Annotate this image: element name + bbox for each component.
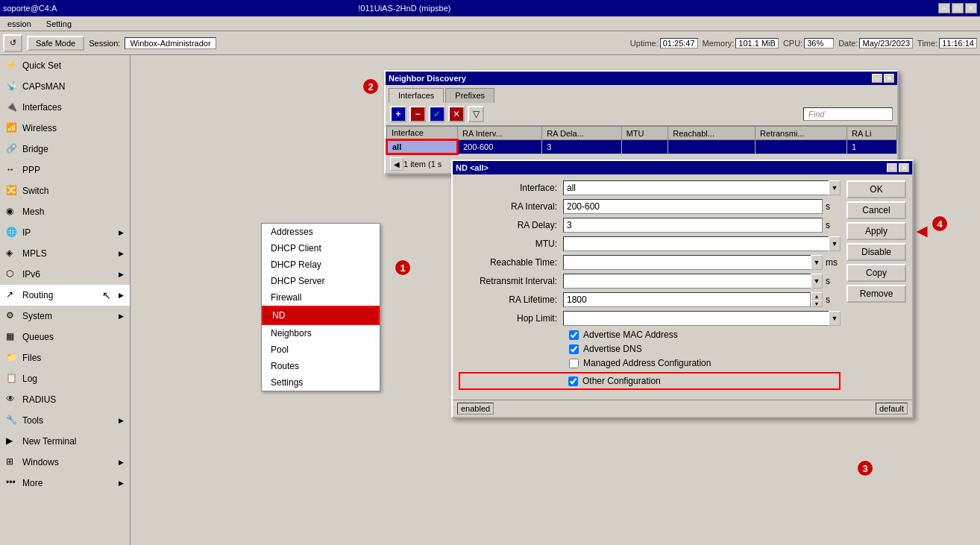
sidebar-item-queues[interactable]: ▦ Queues <box>0 327 130 347</box>
advertise-mac-checkbox[interactable] <box>569 330 579 340</box>
menu-item-firewall[interactable]: Firewall <box>262 289 380 306</box>
interface-label: Interface: <box>459 183 563 193</box>
reachable-input[interactable] <box>563 255 811 270</box>
remove-button[interactable]: Remove <box>846 285 906 303</box>
sidebar-item-routing[interactable]: ↗ Routing ▶ ↖ <box>0 285 130 306</box>
mpls-icon: ◈ <box>6 248 18 259</box>
sidebar-item-ppp[interactable]: ↔ PPP <box>0 160 130 180</box>
nd-remove-btn[interactable]: − <box>409 106 426 122</box>
nd-detail-minimize-btn[interactable]: ─ <box>887 163 897 172</box>
sidebar-label-bridge: Bridge <box>22 144 48 154</box>
menu-item-addresses[interactable]: Addresses <box>262 224 380 240</box>
copy-button[interactable]: Copy <box>846 264 906 282</box>
cpu-value: 36% <box>804 38 834 48</box>
advertise-dns-checkbox[interactable] <box>569 344 579 354</box>
menu-item-neighbors[interactable]: Neighbors <box>262 325 380 341</box>
routing-icon: ↗ <box>6 289 18 301</box>
sidebar-item-radius[interactable]: 👁 RADIUS <box>0 389 130 410</box>
nd-close-btn[interactable]: ✕ <box>884 74 894 83</box>
other-config-checkbox[interactable] <box>568 377 578 386</box>
menu-item-settings[interactable]: Settings <box>262 374 380 391</box>
sidebar: ⚡ Quick Set 📡 CAPsMAN 🔌 Interfaces 📶 Wir… <box>0 55 131 545</box>
ok-button[interactable]: OK <box>846 180 906 198</box>
hop-limit-dropdown-btn[interactable]: ▼ <box>829 311 841 326</box>
ra-delay-input[interactable] <box>563 218 823 233</box>
dropdown-menu: Addresses DHCP Client DHCP Relay DHCP Se… <box>261 223 380 391</box>
mtu-input[interactable] <box>563 236 829 251</box>
safe-mode-button[interactable]: Safe Mode <box>27 36 84 51</box>
refresh-button[interactable]: ↺ <box>3 34 22 52</box>
sidebar-item-capsman[interactable]: 📡 CAPsMAN <box>0 76 130 97</box>
interface-input[interactable] <box>563 180 829 195</box>
menu-item-routes[interactable]: Routes <box>262 358 380 374</box>
nd-filter-btn[interactable]: ▽ <box>468 106 484 122</box>
disable-button[interactable]: Disable <box>846 243 906 261</box>
nd-tab-prefixes[interactable]: Prefixes <box>445 88 494 103</box>
managed-addr-label: Managed Address Configuration <box>583 358 711 368</box>
cancel-button[interactable]: Cancel <box>846 201 906 219</box>
sidebar-item-mesh[interactable]: ◉ Mesh <box>0 201 130 222</box>
sidebar-item-new-terminal[interactable]: ▶ New Terminal <box>0 431 130 452</box>
managed-addr-checkbox[interactable] <box>569 359 579 368</box>
ra-lifetime-up-btn[interactable]: ▲ <box>811 292 823 300</box>
table-row[interactable]: all 200-600 3 1 <box>387 140 897 154</box>
menu-setting[interactable]: Setting <box>42 18 76 30</box>
reachable-dropdown-btn[interactable]: ▼ <box>811 255 823 270</box>
menu-item-dhcp-relay[interactable]: DHCP Relay <box>262 256 380 273</box>
mtu-label: MTU: <box>459 239 563 249</box>
sidebar-item-files[interactable]: 📁 Files <box>0 347 130 368</box>
menu-item-dhcp-server[interactable]: DHCP Server <box>262 273 380 289</box>
sidebar-item-system[interactable]: ⚙ System ▶ <box>0 306 130 327</box>
menu-item-pool[interactable]: Pool <box>262 341 380 358</box>
switch-icon: 🔀 <box>6 185 18 197</box>
nd-detail-close-btn[interactable]: ✕ <box>899 163 909 172</box>
nd-find-field[interactable]: Find <box>803 107 893 121</box>
menu-item-dhcp-client[interactable]: DHCP Client <box>262 240 380 256</box>
session-value: Winbox-Administrador <box>125 37 216 49</box>
nd-add-btn[interactable]: + <box>390 106 406 122</box>
system-icon: ⚙ <box>6 310 18 322</box>
nd-scroll-left-btn[interactable]: ◀ <box>390 157 403 171</box>
nd-tab-interfaces[interactable]: Interfaces <box>389 88 444 103</box>
nd-check-btn[interactable]: ✓ <box>429 106 445 122</box>
nd-cross-btn[interactable]: ✕ <box>448 106 465 122</box>
date-value: May/23/2023 <box>859 38 913 48</box>
retransmit-dropdown-btn[interactable]: ▼ <box>811 274 823 289</box>
ra-lifetime-down-btn[interactable]: ▼ <box>811 300 823 307</box>
minimize-button[interactable]: ─ <box>938 3 950 13</box>
hop-limit-input[interactable] <box>563 311 829 326</box>
hop-limit-label: Hop Limit: <box>459 313 563 324</box>
sidebar-item-more[interactable]: ••• More ▶ <box>0 473 130 494</box>
sidebar-item-switch[interactable]: 🔀 Switch <box>0 180 130 201</box>
mtu-dropdown-btn[interactable]: ▼ <box>829 236 841 251</box>
sidebar-item-ipv6[interactable]: ⬡ IPv6 ▶ <box>0 264 130 285</box>
wireless-icon: 📶 <box>6 122 18 134</box>
sidebar-item-quick-set[interactable]: ⚡ Quick Set <box>0 55 130 76</box>
interface-dropdown-btn[interactable]: ▼ <box>829 180 841 195</box>
sidebar-item-bridge[interactable]: 🔗 Bridge <box>0 139 130 160</box>
menu-item-nd[interactable]: ND <box>262 306 380 325</box>
sidebar-item-log[interactable]: 📋 Log <box>0 368 130 389</box>
sidebar-item-interfaces[interactable]: 🔌 Interfaces <box>0 97 130 118</box>
sidebar-item-ip[interactable]: 🌐 IP ▶ <box>0 222 130 243</box>
apply-button[interactable]: Apply <box>846 222 906 240</box>
menu-bar: ession Setting <box>0 16 980 31</box>
cell-ra-li: 1 <box>847 140 897 154</box>
sidebar-label-windows: Windows <box>22 457 59 467</box>
sidebar-item-windows[interactable]: ⊞ Windows ▶ <box>0 452 130 473</box>
sidebar-label-new-terminal: New Terminal <box>22 436 76 447</box>
sidebar-item-mpls[interactable]: ◈ MPLS ▶ <box>0 243 130 264</box>
sidebar-item-wireless[interactable]: 📶 Wireless <box>0 118 130 139</box>
menu-session[interactable]: ession <box>3 18 36 30</box>
ra-interval-input[interactable] <box>563 199 823 214</box>
windows-arrow-icon: ▶ <box>119 459 124 466</box>
retransmit-input[interactable] <box>563 274 811 289</box>
close-button[interactable]: ✕ <box>965 3 977 13</box>
routing-arrow-icon: ▶ <box>119 292 124 299</box>
ra-interval-label: RA Interval: <box>459 201 563 212</box>
col-mtu: MTU <box>621 127 668 140</box>
maximize-button[interactable]: □ <box>952 3 964 13</box>
ra-lifetime-input[interactable] <box>563 292 811 307</box>
nd-minimize-btn[interactable]: ─ <box>872 74 882 83</box>
sidebar-item-tools[interactable]: 🔧 Tools ▶ <box>0 410 130 431</box>
